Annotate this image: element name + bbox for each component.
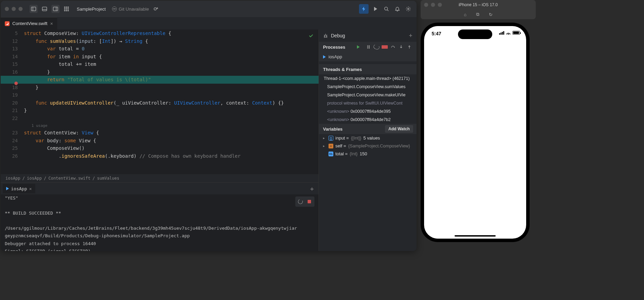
stop-icon[interactable] (382, 45, 388, 49)
line-number[interactable]: 21 (1, 108, 24, 113)
home-icon[interactable]: ⌂ (464, 12, 467, 17)
minimize-light[interactable] (431, 3, 435, 7)
search-icon[interactable] (382, 5, 391, 13)
threads-section: Threads & Frames (319, 64, 417, 74)
process-name: iosApp (329, 54, 342, 59)
play-icon (6, 187, 9, 190)
line-number[interactable]: 26 (1, 153, 24, 159)
breakpoint-line[interactable]: return "Total of values is \(total)" (1, 76, 319, 84)
svg-line-19 (387, 10, 389, 11)
project-name[interactable]: SampleProject (73, 7, 109, 12)
reload-icon[interactable] (297, 198, 304, 205)
file-tabs: ContentView.swift × (1, 17, 417, 29)
plus-icon[interactable]: + (307, 185, 317, 192)
line-number[interactable]: 18 (1, 85, 24, 90)
line-number[interactable]: 12 (1, 38, 24, 44)
line-number[interactable]: 23 (1, 130, 24, 135)
close-light[interactable] (424, 3, 428, 7)
window-traffic-lights[interactable] (5, 7, 23, 11)
left-panel-toggle-icon[interactable] (29, 5, 38, 13)
simulator-window: iPhone 15 – iOS 17.0 ⌂ ⧉ ↻ 5:47 (421, 0, 536, 300)
variable-row[interactable]: ▸≡self ={SampleProject.ComposeView} (319, 142, 417, 150)
window-traffic-lights[interactable] (424, 3, 442, 7)
run-tab-iosapp[interactable]: iosApp × (3, 184, 35, 193)
close-icon[interactable]: × (50, 21, 53, 26)
svg-point-13 (66, 10, 67, 11)
bolt-icon[interactable] (359, 4, 369, 14)
run-icon[interactable] (371, 5, 380, 13)
breadcrumb-seg[interactable]: ContentView.swift (48, 176, 90, 181)
line-number[interactable]: 20 (1, 100, 24, 106)
console[interactable]: "YES" ** BUILD SUCCEEDED ** /Users/ggilm… (1, 194, 319, 251)
int-icon: 01 (329, 152, 333, 156)
notifications-icon[interactable] (393, 5, 401, 13)
pause-icon[interactable] (365, 45, 371, 49)
zoom-light[interactable] (438, 3, 442, 7)
minimize-light[interactable] (12, 7, 16, 11)
svg-point-8 (68, 7, 69, 8)
frame-row[interactable]: SampleProject.ComposeView.sumValues (319, 83, 417, 91)
debug-header: Debug + (319, 29, 417, 42)
step-out-icon[interactable] (406, 45, 412, 49)
thread-row[interactable]: Thread-1-<com.apple.main-thread> (462171… (319, 74, 417, 83)
line-number[interactable]: 14 (1, 54, 24, 59)
breadcrumb-seg[interactable]: sumValues (97, 176, 119, 181)
add-watch-button[interactable]: Add Watch (385, 125, 413, 133)
phone-frame: 5:47 (421, 23, 530, 242)
bottom-tabs: iosApp × + (1, 183, 319, 194)
apps-grid-icon[interactable] (62, 5, 71, 13)
close-light[interactable] (5, 7, 9, 11)
chevron-right-icon[interactable]: ▸ (323, 144, 326, 148)
breadcrumb-seg[interactable]: iosApp (27, 176, 42, 181)
git-status[interactable]: Git Unavailable (112, 7, 149, 12)
add-vcs-icon[interactable] (152, 5, 160, 13)
variable-row[interactable]: 01total = {Int} 150 (319, 150, 417, 158)
code-editor[interactable]: 5struct ComposeView: UIViewControllerRep… (1, 29, 319, 251)
line-number[interactable]: 13 (1, 46, 24, 51)
screenshot-icon[interactable]: ⧉ (476, 12, 479, 17)
bottom-panel-toggle-icon[interactable] (40, 5, 49, 13)
right-panel-toggle-icon[interactable] (51, 5, 60, 13)
svg-point-14 (68, 10, 69, 11)
line-number[interactable]: 16 (1, 69, 24, 75)
process-item[interactable]: iosApp (319, 52, 417, 61)
plus-icon[interactable]: + (409, 32, 412, 39)
bug-icon (323, 33, 328, 38)
line-number[interactable]: 24 (1, 138, 24, 143)
bottom-panel: iosApp × + "YES" ** BUILD SUCCEEDED ** /… (1, 182, 319, 251)
line-number[interactable]: 5 (1, 31, 24, 36)
breadcrumb-seg[interactable]: iosApp (5, 176, 20, 181)
settings-icon[interactable] (404, 5, 412, 13)
file-tab-label: ContentView.swift (12, 21, 47, 26)
zoom-light[interactable] (18, 7, 23, 11)
reload-icon[interactable] (373, 45, 380, 49)
line-number[interactable]: 15 (1, 61, 24, 67)
step-over-icon[interactable] (390, 45, 396, 49)
console-line: Debugger attached to process 16440 (5, 240, 314, 248)
dynamic-island (458, 29, 492, 39)
close-icon[interactable]: × (29, 186, 32, 191)
svg-point-12 (64, 10, 65, 11)
simulator-titlebar[interactable]: iPhone 15 – iOS 17.0 (421, 0, 536, 10)
svg-point-18 (385, 7, 388, 10)
resume-icon[interactable] (357, 45, 363, 49)
line-number[interactable]: 19 (1, 92, 24, 98)
phone-screen[interactable]: 5:47 (424, 26, 526, 239)
file-tab-contentview[interactable]: ContentView.swift × (1, 17, 57, 29)
frame-row[interactable]: <unknown> 0x00007ff84a4de7b2 (319, 116, 417, 124)
usage-hint[interactable]: 1 usage (1, 122, 319, 129)
swift-icon (5, 21, 10, 26)
frame-row[interactable]: protocol witness for SwiftUI.UIViewCont (319, 99, 417, 107)
chevron-right-icon[interactable]: ▸ (323, 136, 326, 140)
stop-icon[interactable] (306, 198, 313, 205)
frame-row[interactable]: <unknown> 0x00007ff84a4de395 (319, 107, 417, 116)
home-indicator[interactable] (455, 235, 496, 237)
frame-row[interactable]: SampleProject.ComposeView.makeUIVie (319, 91, 417, 99)
breadcrumb[interactable]: iosApp/ iosApp/ ContentView.swift/ sumVa… (1, 174, 319, 182)
line-number[interactable]: 22 (1, 116, 24, 121)
line-number[interactable]: 25 (1, 145, 24, 151)
rotate-icon[interactable]: ↻ (489, 12, 493, 17)
variable-row[interactable]: ▸[]input = {[Int]} 5 values (319, 134, 417, 142)
step-into-icon[interactable] (398, 45, 404, 49)
svg-point-20 (408, 8, 409, 10)
